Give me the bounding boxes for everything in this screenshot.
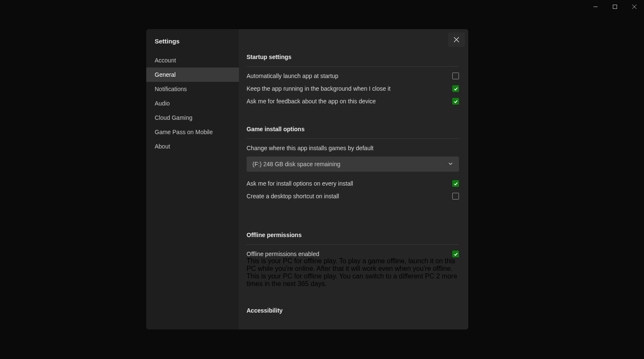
- setting-label: Offline permissions enabled: [247, 251, 319, 257]
- section-title-offline: Offline permissions: [247, 232, 459, 238]
- setting-offline-enabled: Offline permissions enabled: [247, 245, 459, 257]
- checkbox-feedback[interactable]: [452, 98, 459, 105]
- maximize-button[interactable]: [605, 0, 625, 13]
- setting-ask-install-options: Ask me for install options on every inst…: [247, 172, 459, 187]
- checkbox-desktop-shortcut[interactable]: [452, 193, 459, 200]
- offline-description: This is your PC for offline play. To pla…: [247, 257, 459, 273]
- setting-label: Automatically launch app at startup: [247, 73, 338, 79]
- setting-auto-launch: Automatically launch app at startup: [247, 67, 459, 79]
- sidebar-item-account[interactable]: Account: [146, 53, 239, 67]
- install-drive-dropdown[interactable]: (F:) 248 GB disk space remaining: [247, 157, 459, 172]
- dropdown-value: (F:) 248 GB disk space remaining: [252, 161, 341, 167]
- offline-notice: This is your PC for offline play. You ca…: [247, 273, 459, 288]
- setting-label: Keep the app running in the background w…: [247, 85, 391, 92]
- settings-modal: Settings Account General Notifications A…: [146, 29, 468, 329]
- setting-label: Change where this app installs games by …: [247, 145, 373, 151]
- setting-label: Create a desktop shortcut on install: [247, 193, 339, 200]
- setting-change-where: Change where this app installs games by …: [247, 139, 459, 151]
- window-titlebar: [586, 0, 644, 13]
- minimize-button[interactable]: [586, 0, 605, 13]
- checkbox-auto-launch[interactable]: [452, 73, 459, 79]
- section-title-accessibility: Accessibility: [247, 307, 459, 314]
- checkbox-offline-enabled[interactable]: [452, 251, 459, 257]
- section-title-install: Game install options: [247, 126, 459, 132]
- sidebar-item-about[interactable]: About: [146, 139, 239, 154]
- checkbox-keep-running[interactable]: [452, 85, 459, 92]
- svg-rect-1: [613, 5, 617, 9]
- settings-title: Settings: [146, 38, 239, 53]
- sidebar-item-audio[interactable]: Audio: [146, 96, 239, 111]
- section-title-startup: Startup settings: [247, 54, 459, 60]
- setting-label: Ask me for install options on every inst…: [247, 180, 353, 187]
- close-settings-button[interactable]: [448, 32, 465, 47]
- sidebar-item-game-pass-mobile[interactable]: Game Pass on Mobile: [146, 125, 239, 139]
- sidebar-item-general[interactable]: General: [146, 67, 239, 82]
- setting-desktop-shortcut: Create a desktop shortcut on install: [247, 187, 459, 200]
- sidebar-item-cloud-gaming[interactable]: Cloud Gaming: [146, 111, 239, 125]
- close-window-button[interactable]: [625, 0, 644, 13]
- chevron-down-icon: [448, 161, 453, 167]
- settings-sidebar: Settings Account General Notifications A…: [146, 29, 239, 329]
- setting-keep-running: Keep the app running in the background w…: [247, 79, 459, 92]
- settings-content: Startup settings Automatically launch ap…: [239, 29, 468, 329]
- checkbox-ask-install-options[interactable]: [452, 180, 459, 187]
- setting-label: Ask me for feedback about the app on thi…: [247, 98, 376, 105]
- sidebar-item-notifications[interactable]: Notifications: [146, 82, 239, 96]
- setting-feedback: Ask me for feedback about the app on thi…: [247, 92, 459, 105]
